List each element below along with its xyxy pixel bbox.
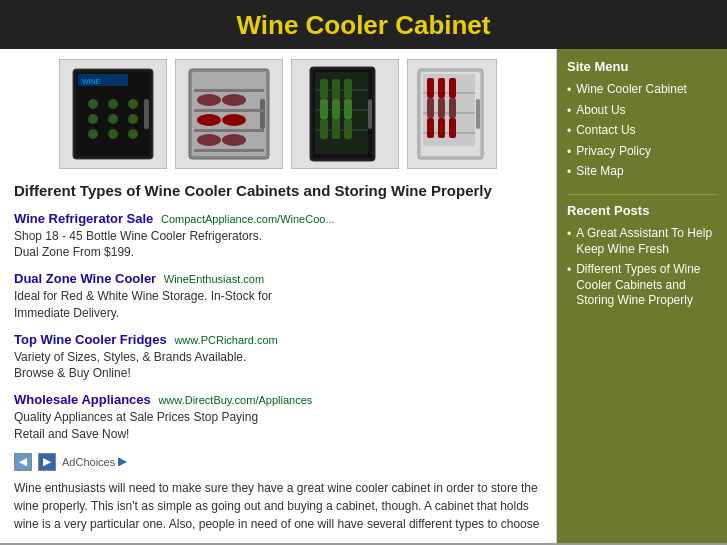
svg-point-8 (88, 114, 98, 124)
bullet-icon: • (567, 227, 571, 241)
ad-footer: ◀ ▶ AdChoices ▶ (14, 453, 542, 471)
adchoices-text: AdChoices (62, 456, 115, 468)
sidebar: Site Menu • Wine Cooler Cabinet • About … (557, 49, 727, 543)
bullet-icon: • (567, 263, 571, 277)
svg-rect-53 (427, 98, 434, 118)
svg-rect-34 (320, 79, 328, 99)
site-menu: • Wine Cooler Cabinet • About Us • Conta… (567, 82, 717, 180)
bullet-icon: • (567, 165, 571, 179)
sidebar-item-privacy[interactable]: • Privacy Policy (567, 144, 717, 160)
ad-title-2[interactable]: Top Wine Cooler Fridges (14, 332, 167, 347)
svg-point-7 (128, 99, 138, 109)
svg-rect-17 (194, 89, 264, 92)
svg-rect-18 (194, 109, 264, 112)
svg-rect-55 (449, 98, 456, 118)
body-text: Wine enthusiasts will need to make sure … (14, 479, 542, 533)
ad-title-0[interactable]: Wine Refrigerator Sale (14, 211, 153, 226)
ad-item-1: Dual Zone Wine Cooler WineEnthusiast.com… (14, 271, 542, 322)
svg-rect-50 (427, 78, 434, 98)
bullet-icon: • (567, 83, 571, 97)
sidebar-item-about[interactable]: • About Us (567, 103, 717, 119)
recent-post-1[interactable]: • Different Types of Wine Cooler Cabinet… (567, 262, 717, 309)
sidebar-link-sitemap[interactable]: Site Map (576, 164, 623, 180)
svg-rect-45 (476, 99, 480, 129)
svg-rect-57 (438, 118, 445, 138)
svg-rect-36 (344, 79, 352, 99)
svg-rect-51 (438, 78, 445, 98)
svg-point-11 (88, 129, 98, 139)
site-menu-title: Site Menu (567, 59, 717, 74)
bullet-icon: • (567, 104, 571, 118)
prev-button[interactable]: ◀ (14, 453, 32, 471)
svg-point-5 (88, 99, 98, 109)
recent-post-link-1[interactable]: Different Types of Wine Cooler Cabinets … (576, 262, 717, 309)
ad-item-3: Wholesale Appliances www.DirectBuy.com/A… (14, 392, 542, 443)
wine-image-4 (407, 59, 497, 169)
adchoices-label: AdChoices ▶ (62, 455, 126, 468)
ad-item-0: Wine Refrigerator Sale CompactAppliance.… (14, 211, 542, 262)
svg-rect-16 (260, 99, 265, 129)
ad-desc-3: Quality Appliances at Sale Prices Stop P… (14, 409, 542, 443)
recent-post-link-0[interactable]: A Great Assistant To Help Keep Wine Fres… (576, 226, 717, 257)
svg-point-6 (108, 99, 118, 109)
svg-rect-41 (332, 119, 340, 139)
recent-post-0[interactable]: • A Great Assistant To Help Keep Wine Fr… (567, 226, 717, 257)
svg-point-24 (222, 114, 246, 126)
svg-rect-42 (344, 119, 352, 139)
sidebar-divider (567, 194, 717, 195)
wine-image-2 (175, 59, 283, 169)
adchoices-icon: ▶ (118, 455, 126, 468)
sidebar-link-privacy[interactable]: Privacy Policy (576, 144, 651, 160)
svg-point-25 (197, 134, 221, 146)
ad-url-0: CompactAppliance.com/WineCoo... (161, 213, 335, 225)
svg-rect-35 (332, 79, 340, 99)
sidebar-item-contact[interactable]: • Contact Us (567, 123, 717, 139)
ads-container: Wine Refrigerator Sale CompactAppliance.… (14, 211, 542, 443)
bullet-icon: • (567, 124, 571, 138)
sidebar-link-contact[interactable]: Contact Us (576, 123, 635, 139)
svg-rect-58 (449, 118, 456, 138)
svg-point-10 (128, 114, 138, 124)
svg-rect-2 (144, 99, 149, 129)
svg-rect-52 (449, 78, 456, 98)
section-heading: Different Types of Wine Cooler Cabinets … (14, 181, 542, 201)
svg-point-21 (197, 94, 221, 106)
svg-rect-20 (194, 149, 264, 152)
svg-rect-37 (320, 99, 328, 119)
bullet-icon: • (567, 145, 571, 159)
svg-rect-19 (194, 129, 264, 132)
svg-point-12 (108, 129, 118, 139)
next-button[interactable]: ▶ (38, 453, 56, 471)
sidebar-item-wine-cooler[interactable]: • Wine Cooler Cabinet (567, 82, 717, 98)
wine-image-3 (291, 59, 399, 169)
svg-rect-56 (427, 118, 434, 138)
svg-rect-39 (344, 99, 352, 119)
ad-url-2: www.PCRichard.com (174, 334, 277, 346)
wine-image-1: WINE (59, 59, 167, 169)
ad-title-1[interactable]: Dual Zone Wine Cooler (14, 271, 156, 286)
svg-point-23 (197, 114, 221, 126)
ad-item-2: Top Wine Cooler Fridges www.PCRichard.co… (14, 332, 542, 383)
sidebar-link-about[interactable]: About Us (576, 103, 625, 119)
sidebar-link-wine-cooler[interactable]: Wine Cooler Cabinet (576, 82, 687, 98)
recent-posts-menu: • A Great Assistant To Help Keep Wine Fr… (567, 226, 717, 309)
svg-point-13 (128, 129, 138, 139)
sidebar-item-sitemap[interactable]: • Site Map (567, 164, 717, 180)
ad-url-1: WineEnthusiast.com (164, 273, 264, 285)
wine-images-row: WINE (14, 59, 542, 169)
svg-rect-40 (320, 119, 328, 139)
ad-url-3: www.DirectBuy.com/Appliances (158, 394, 312, 406)
svg-text:WINE: WINE (82, 78, 101, 85)
svg-rect-29 (368, 99, 372, 129)
svg-point-9 (108, 114, 118, 124)
ad-desc-2: Variety of Sizes, Styles, & Brands Avail… (14, 349, 542, 383)
ad-desc-0: Shop 18 - 45 Bottle Wine Cooler Refriger… (14, 228, 542, 262)
page-title: Wine Cooler Cabinet (0, 10, 727, 41)
svg-point-22 (222, 94, 246, 106)
ad-title-3[interactable]: Wholesale Appliances (14, 392, 151, 407)
svg-point-26 (222, 134, 246, 146)
svg-rect-38 (332, 99, 340, 119)
ad-desc-1: Ideal for Red & White Wine Storage. In-S… (14, 288, 542, 322)
recent-posts-title: Recent Posts (567, 203, 717, 218)
svg-rect-54 (438, 98, 445, 118)
